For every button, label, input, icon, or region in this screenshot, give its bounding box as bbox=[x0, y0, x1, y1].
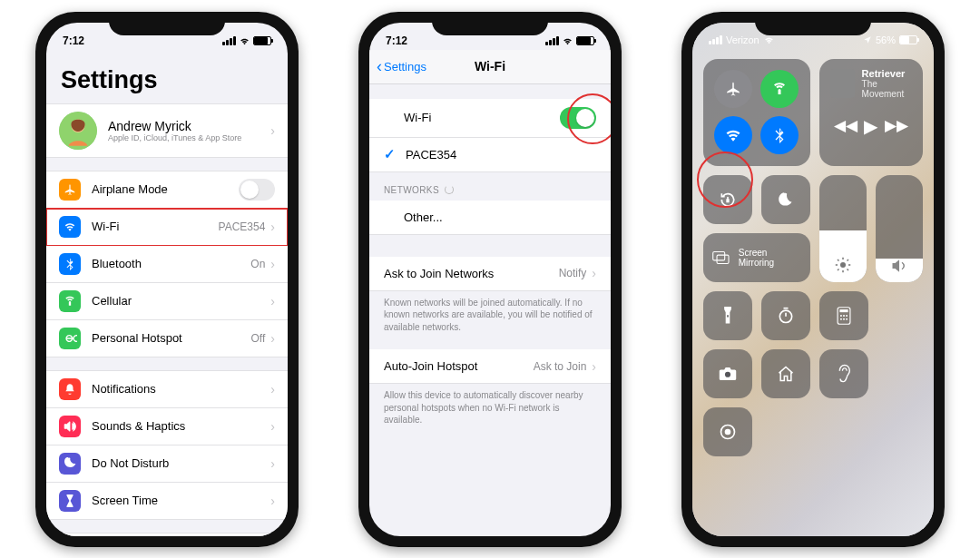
chevron-left-icon: ‹ bbox=[377, 57, 382, 76]
connectivity-tile[interactable] bbox=[703, 59, 810, 166]
screentime-row[interactable]: Screen Time › bbox=[46, 483, 288, 520]
profile-subtitle: Apple ID, iCloud, iTunes & App Store bbox=[108, 133, 270, 142]
other-network-row[interactable]: Other... bbox=[369, 201, 611, 235]
chevron-right-icon: › bbox=[270, 294, 275, 308]
notch bbox=[432, 12, 548, 35]
airplane-mode-row[interactable]: Airplane Mode bbox=[46, 171, 288, 209]
svg-point-27 bbox=[725, 428, 731, 435]
notifications-icon bbox=[59, 378, 81, 400]
notifications-label: Notifications bbox=[92, 382, 270, 396]
screen-mirroring-icon bbox=[712, 250, 730, 265]
wifi-toggle[interactable] bbox=[714, 116, 752, 154]
screen-mirroring-label: Screen Mirroring bbox=[739, 248, 801, 268]
connected-network-name: PACE354 bbox=[406, 148, 596, 162]
chevron-right-icon: › bbox=[270, 382, 275, 396]
svg-line-12 bbox=[848, 259, 849, 261]
brightness-slider[interactable] bbox=[819, 175, 867, 282]
play-icon[interactable]: ▶ bbox=[864, 115, 877, 137]
media-artwork bbox=[830, 69, 855, 98]
profile-name: Andrew Myrick bbox=[108, 119, 270, 133]
bluetooth-row[interactable]: Bluetooth On › bbox=[46, 246, 288, 283]
svg-rect-2 bbox=[713, 251, 725, 259]
avatar bbox=[59, 112, 97, 150]
moon-icon bbox=[59, 453, 81, 475]
dnd-row[interactable]: Do Not Disturb › bbox=[46, 445, 288, 483]
chevron-right-icon: › bbox=[592, 359, 596, 374]
calculator-button[interactable] bbox=[819, 291, 868, 340]
notch bbox=[755, 12, 871, 35]
cellular-toggle[interactable] bbox=[760, 70, 799, 108]
svg-point-24 bbox=[846, 318, 848, 319]
cellular-row[interactable]: Cellular › bbox=[46, 283, 288, 320]
camera-button[interactable] bbox=[703, 349, 752, 398]
svg-point-19 bbox=[840, 315, 842, 317]
sounds-row[interactable]: Sounds & Haptics › bbox=[46, 408, 288, 445]
media-title: Retriever bbox=[862, 68, 912, 79]
wifi-toggle-row[interactable]: Wi-Fi bbox=[369, 99, 611, 138]
airplane-toggle[interactable] bbox=[239, 179, 275, 201]
battery-icon bbox=[576, 36, 594, 45]
dnd-label: Do Not Disturb bbox=[92, 456, 270, 470]
sun-icon bbox=[819, 257, 867, 273]
wifi-value: PACE354 bbox=[219, 220, 266, 233]
notifications-row[interactable]: Notifications › bbox=[46, 370, 288, 408]
forward-icon[interactable]: ▶▶ bbox=[885, 116, 908, 135]
chevron-right-icon: › bbox=[270, 456, 275, 471]
nav-title: Wi-Fi bbox=[475, 59, 505, 73]
home-button[interactable] bbox=[761, 349, 810, 398]
networks-section-label: NETWORKS bbox=[369, 172, 611, 201]
hotspot-icon bbox=[59, 328, 81, 349]
status-time: 7:12 bbox=[63, 34, 84, 47]
status-time: 7:12 bbox=[386, 34, 407, 47]
svg-rect-3 bbox=[717, 255, 729, 263]
timer-button[interactable] bbox=[761, 291, 810, 340]
chevron-right-icon: › bbox=[592, 266, 596, 280]
screen-mirroring-button[interactable]: Screen Mirroring bbox=[703, 233, 810, 282]
general-row[interactable]: General › bbox=[46, 533, 288, 536]
control-center-screen: Verizon 56% bbox=[692, 23, 934, 536]
phone-frame-control-center: Verizon 56% bbox=[681, 12, 945, 547]
auto-join-row[interactable]: Auto-Join Hotspot Ask to Join › bbox=[369, 349, 611, 384]
svg-point-25 bbox=[725, 371, 730, 377]
back-label: Settings bbox=[384, 60, 426, 73]
wifi-row[interactable]: Wi-Fi PACE354 › bbox=[46, 209, 288, 246]
airplane-toggle[interactable] bbox=[714, 70, 752, 108]
svg-rect-18 bbox=[839, 309, 848, 312]
battery-icon bbox=[253, 36, 271, 45]
flashlight-button[interactable] bbox=[703, 291, 752, 340]
back-button[interactable]: ‹ Settings bbox=[377, 57, 426, 76]
svg-point-23 bbox=[843, 318, 845, 319]
cellular-signal-icon bbox=[545, 36, 559, 45]
ask-to-join-row[interactable]: Ask to Join Networks Notify › bbox=[369, 257, 611, 291]
rewind-icon[interactable]: ◀◀ bbox=[834, 116, 858, 135]
media-tile[interactable]: Retriever The Movement ◀◀ ▶ ▶▶ bbox=[819, 59, 923, 166]
hotspot-value: Off bbox=[251, 332, 266, 345]
bluetooth-value: On bbox=[250, 258, 265, 270]
volume-slider[interactable] bbox=[876, 175, 923, 282]
auto-join-value: Ask to Join bbox=[534, 360, 587, 373]
hotspot-row[interactable]: Personal Hotspot Off › bbox=[46, 320, 288, 357]
sounds-icon bbox=[59, 416, 81, 437]
wifi-screen: 7:12 ‹ Settings Wi-Fi Wi-Fi ✓ PACE354 bbox=[369, 23, 611, 536]
hearing-button[interactable] bbox=[819, 349, 868, 398]
svg-line-10 bbox=[848, 269, 849, 270]
connected-network-row[interactable]: ✓ PACE354 bbox=[369, 138, 611, 172]
dnd-toggle[interactable] bbox=[761, 175, 810, 224]
orientation-lock-toggle[interactable] bbox=[703, 175, 752, 224]
bluetooth-toggle[interactable] bbox=[760, 116, 799, 154]
screentime-label: Screen Time bbox=[92, 494, 270, 507]
speaker-icon bbox=[876, 259, 923, 273]
chevron-right-icon: › bbox=[270, 331, 275, 346]
profile-row[interactable]: Andrew Myrick Apple ID, iCloud, iTunes &… bbox=[46, 103, 288, 158]
wifi-status-icon bbox=[239, 36, 250, 45]
wifi-label: Wi-Fi bbox=[92, 220, 219, 233]
svg-line-11 bbox=[838, 269, 839, 270]
cellular-icon bbox=[59, 290, 81, 312]
wifi-toggle[interactable] bbox=[560, 107, 596, 129]
record-button[interactable] bbox=[703, 407, 752, 456]
settings-screen: 7:12 Settings Andrew Myrick Apple ID, iC… bbox=[46, 23, 288, 536]
nav-bar: ‹ Settings Wi-Fi bbox=[369, 50, 611, 84]
svg-point-20 bbox=[843, 315, 845, 317]
sounds-label: Sounds & Haptics bbox=[92, 419, 270, 433]
media-subtitle: The Movement bbox=[862, 79, 912, 99]
